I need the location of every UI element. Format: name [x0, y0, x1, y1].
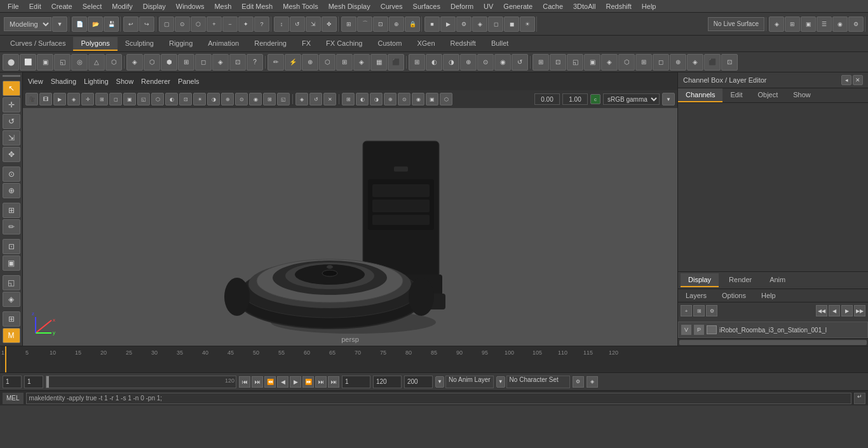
light-editor-btn[interactable]: ☀: [520, 17, 535, 32]
poly-sphere-btn[interactable]: ⬤: [3, 54, 19, 71]
menu-display[interactable]: Display: [138, 1, 171, 11]
snap-point-btn[interactable]: ⊡: [373, 17, 388, 32]
menu-generate[interactable]: Generate: [498, 1, 538, 11]
poly-tool4[interactable]: ⊞: [178, 54, 194, 71]
select-all-btn[interactable]: ✦: [238, 17, 254, 32]
layer-new-btn[interactable]: +: [681, 305, 692, 316]
misc-tool12[interactable]: ⊡: [721, 54, 738, 71]
menu-curves[interactable]: Curves: [376, 1, 408, 11]
vp-menu-renderer[interactable]: Renderer: [141, 78, 170, 85]
snap-grid-btn[interactable]: ⊞: [341, 17, 356, 32]
range-end-field[interactable]: 120: [373, 376, 402, 388]
scale-tool[interactable]: ⇲: [3, 130, 20, 146]
edit-tool3[interactable]: ⊕: [302, 54, 318, 71]
frame-start-field[interactable]: 1: [3, 376, 22, 388]
go-next-key-btn[interactable]: ⏭: [315, 376, 327, 388]
display-tool7[interactable]: ↺: [512, 54, 528, 71]
tab-xgen[interactable]: XGen: [409, 37, 442, 51]
rp-collapse-btn[interactable]: ◂: [841, 75, 851, 85]
timeline-ruler[interactable]: 1 5 10 15 20 25 30 35 40 45 50 55 60 65 …: [0, 346, 868, 372]
right-tool6[interactable]: ⚙: [848, 17, 864, 32]
vp-menu-lighting[interactable]: Lighting: [84, 78, 109, 85]
annotate-tool[interactable]: ✏: [3, 219, 20, 234]
menu-file[interactable]: File: [3, 1, 24, 11]
layer-v-btn[interactable]: V: [681, 325, 691, 335]
rp-subtab-layers[interactable]: Layers: [681, 290, 712, 301]
menu-create[interactable]: Create: [46, 1, 78, 11]
poly-tool7[interactable]: ⊡: [229, 54, 246, 71]
layer-arrow-back[interactable]: ◀◀: [816, 305, 827, 316]
xray-mode[interactable]: ◈: [3, 292, 20, 307]
lock-btn[interactable]: 🔒: [405, 17, 420, 32]
vp-cam-type-btn[interactable]: ◱: [137, 93, 150, 105]
go-start-btn[interactable]: ⏮: [239, 376, 250, 388]
edit-tool1[interactable]: ✏: [268, 54, 284, 71]
play-back-btn[interactable]: ◀: [277, 376, 288, 388]
select-more-btn[interactable]: +: [207, 17, 222, 32]
render-settings-btn[interactable]: ⚙: [456, 17, 471, 32]
vp-select-type-btn[interactable]: ▣: [123, 93, 136, 105]
viewport-3d[interactable]: View Shading Lighting Show Renderer Pane…: [23, 72, 677, 346]
menu-surfaces[interactable]: Surfaces: [408, 1, 445, 11]
vp-heads-up-btn[interactable]: ◻: [109, 93, 122, 105]
vp-iso-btn[interactable]: ◈: [295, 93, 308, 105]
poly-tool3[interactable]: ⬢: [161, 54, 177, 71]
menu-help[interactable]: Help: [637, 1, 661, 11]
char-set-label[interactable]: No Character Set: [506, 376, 570, 388]
vp-camera-btn[interactable]: 🎥: [25, 93, 38, 105]
misc-tool6[interactable]: ⬡: [618, 54, 635, 71]
anim-layer-down[interactable]: ▼: [435, 376, 444, 388]
char-set-down[interactable]: ▼: [496, 376, 505, 388]
right-tool1[interactable]: ◈: [769, 17, 784, 32]
universal-tool-btn[interactable]: ✥: [322, 17, 337, 32]
layer-scroll-thumb[interactable]: [679, 340, 867, 345]
vp-grid-btn[interactable]: ⊞: [263, 93, 276, 105]
edit-tool4[interactable]: ⬡: [319, 54, 336, 71]
misc-tool5[interactable]: ◈: [601, 54, 618, 71]
misc-tool7[interactable]: ⊞: [635, 54, 652, 71]
step-back-btn[interactable]: ⏪: [264, 376, 276, 388]
paint-select-btn[interactable]: ⬡: [191, 17, 206, 32]
new-file-btn[interactable]: 📄: [72, 17, 87, 32]
vp-measure-btn[interactable]: ⊞: [95, 93, 108, 105]
rp-display-tab[interactable]: Display: [681, 273, 719, 287]
layer-arrow-fwd2[interactable]: ▶▶: [854, 305, 865, 316]
misc-tool3[interactable]: ◱: [567, 54, 583, 71]
vp-flatten-btn[interactable]: ▣: [426, 93, 438, 105]
edit-tool7[interactable]: ▦: [370, 54, 387, 71]
vp-anim2-btn[interactable]: ↺: [309, 93, 322, 105]
ipr-btn[interactable]: ▶: [440, 17, 456, 32]
misc-tool4[interactable]: ▣: [584, 54, 600, 71]
layer-scrollbar[interactable]: [678, 338, 868, 346]
poly-tool5[interactable]: ◻: [195, 54, 212, 71]
measure-tool[interactable]: ⊞: [3, 203, 20, 218]
poly-tool6[interactable]: ◈: [212, 54, 229, 71]
tab-polygons[interactable]: Polygons: [73, 37, 117, 51]
render-btn[interactable]: ■: [424, 17, 440, 32]
poly-prism-btn[interactable]: ⬡: [105, 54, 122, 71]
menu-cache[interactable]: Cache: [538, 1, 568, 11]
render-view-btn[interactable]: ◻: [488, 17, 503, 32]
frame-slider[interactable]: 120: [46, 376, 236, 388]
range-start-field[interactable]: 1: [342, 376, 370, 388]
tab-sculpting[interactable]: Sculpting: [118, 37, 161, 51]
rp-render-tab[interactable]: Render: [721, 273, 759, 287]
rp-tab-show[interactable]: Show: [785, 88, 818, 102]
rp-tab-edit[interactable]: Edit: [722, 88, 750, 102]
edit-tool6[interactable]: ◈: [353, 54, 370, 71]
status-icon2[interactable]: ◈: [587, 376, 598, 388]
poly-cube-btn[interactable]: ⬜: [20, 54, 36, 71]
menu-edit-mesh[interactable]: Edit Mesh: [236, 1, 278, 11]
vp-select-btn[interactable]: ⊞: [342, 93, 355, 105]
menu-redshift[interactable]: Redshift: [600, 1, 636, 11]
live-surface-btn[interactable]: No Live Surface: [708, 17, 764, 31]
vp-smooth-btn[interactable]: ◉: [412, 93, 424, 105]
vp-render-btn[interactable]: ▶: [53, 93, 66, 105]
anim-layer-label[interactable]: No Anim Layer: [445, 376, 494, 388]
menu-mesh-display[interactable]: Mesh Display: [323, 1, 376, 11]
hypershade-btn[interactable]: ◈: [472, 17, 487, 32]
menu-windows[interactable]: Windows: [171, 1, 210, 11]
menu-uv[interactable]: UV: [478, 1, 498, 11]
deselect-btn[interactable]: −: [222, 17, 238, 32]
vp-menu-shading[interactable]: Shading: [51, 78, 76, 85]
